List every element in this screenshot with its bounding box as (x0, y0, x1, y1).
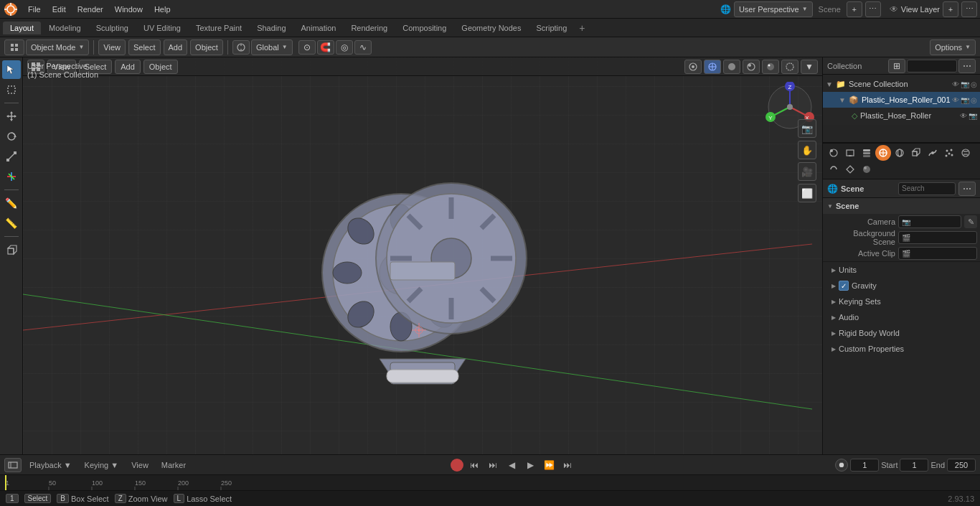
hand-pan-btn[interactable]: ✋ (798, 141, 816, 159)
new-scene-btn[interactable]: + (847, 1, 862, 17)
add-menu-btn[interactable]: Add (164, 39, 188, 55)
outliner-visibility-btn-0[interactable]: 👁 (952, 80, 959, 88)
outliner-render-btn-1[interactable]: 📷 (961, 96, 969, 104)
outliner-search-input[interactable] (907, 60, 957, 72)
proportional-falloff-btn[interactable]: ∿ (354, 40, 372, 55)
props-tab-render[interactable] (826, 145, 842, 161)
select-menu-btn[interactable]: Select (128, 39, 161, 55)
viewport-shading-dropdown-btn[interactable]: ▼ (801, 60, 818, 74)
menu-edit[interactable]: Edit (47, 4, 71, 15)
end-frame-input[interactable]: 250 (947, 459, 976, 472)
tab-compositing[interactable]: Compositing (395, 22, 453, 34)
keying-dropdown-btn[interactable]: Keying ▼ (80, 459, 124, 471)
tab-sculpting[interactable]: Sculpting (89, 22, 136, 34)
outliner-visibility-btn-2[interactable]: 👁 (960, 112, 967, 120)
outliner-render-btn-0[interactable]: 📷 (961, 80, 969, 88)
playback-dropdown-btn[interactable]: Playback ▼ (24, 459, 77, 471)
transform-space-dropdown[interactable]: Global ▼ (251, 39, 293, 55)
viewport-object-btn[interactable]: Object (143, 60, 178, 74)
viewport-shading-solid-btn[interactable] (723, 60, 740, 74)
custom-properties-section[interactable]: ▶ Custom Properties (823, 341, 980, 357)
options-dropdown[interactable]: Options ▼ (930, 39, 976, 55)
render-region-btn[interactable]: ⬜ (798, 184, 816, 202)
outliner-mesh[interactable]: ◇ Plastic_Hose_Roller 👁 📷 (823, 108, 980, 123)
viewport-view-btn[interactable]: View (47, 60, 76, 74)
prev-keyframe-btn[interactable]: ⏭ (485, 458, 501, 472)
loop-btn[interactable]: ⏺ (835, 459, 848, 472)
viewport-add-btn[interactable]: Add (115, 60, 141, 74)
new-view-layer-btn[interactable]: + (943, 1, 958, 17)
camera-view-btn[interactable]: 📷 (798, 119, 816, 138)
outliner-scene-collection[interactable]: ▼ 📁 Scene Collection 👁 📷 ◎ (823, 76, 980, 92)
tab-animation[interactable]: Animation (294, 22, 344, 34)
viewport-editor-type-btn[interactable] (27, 60, 44, 74)
viewport-3d[interactable]: View Select Add Object (23, 57, 822, 454)
viewport-xray-btn[interactable] (781, 60, 798, 74)
view-menu-btn[interactable]: View (98, 39, 126, 55)
tab-uv-editing[interactable]: UV Editing (136, 22, 188, 34)
viewport-overlay-btn[interactable] (704, 60, 721, 74)
move-tool-btn[interactable] (2, 107, 21, 126)
menu-render[interactable]: Render (72, 4, 108, 15)
blender-logo-icon[interactable] (3, 1, 19, 17)
outliner-visibility-btn-1[interactable]: 👁 (952, 96, 959, 104)
jump-start-btn[interactable]: ⏮ (466, 458, 482, 472)
start-frame-input[interactable]: 1 (900, 459, 928, 472)
props-tab-object[interactable] (908, 145, 924, 161)
tab-scripting[interactable]: Scripting (529, 22, 574, 34)
timeline-view-btn[interactable]: View (126, 459, 154, 471)
props-tab-scene[interactable] (875, 145, 891, 161)
lasso-key[interactable]: L (174, 494, 185, 503)
units-section[interactable]: ▶ Units (823, 262, 980, 278)
jump-end-btn[interactable]: ⏭ (560, 458, 575, 472)
viewport-select-btn[interactable]: Select (79, 60, 113, 74)
current-frame-input[interactable]: 1 (850, 459, 879, 472)
outliner-select-btn-1[interactable]: ◎ (971, 96, 977, 104)
scale-tool-btn[interactable] (2, 147, 21, 166)
outliner-sort-btn[interactable]: ⋯ (958, 59, 976, 73)
props-tab-material[interactable] (859, 161, 875, 177)
viewport-gizmo-btn[interactable] (684, 60, 702, 74)
play-btn[interactable]: ▶ (522, 458, 538, 472)
scene-dropdown[interactable]: User Perspective ▼ (734, 1, 813, 17)
outliner-select-btn-0[interactable]: ◎ (971, 80, 977, 88)
outliner-object-001[interactable]: ▼ 📦 Plastic_Hose_Roller_001 👁 📷 ◎ (823, 92, 980, 108)
record-btn[interactable] (451, 459, 463, 472)
tab-layout[interactable]: Layout (3, 22, 41, 34)
props-tab-data[interactable] (842, 161, 858, 177)
snapping-icon-btn[interactable]: 🧲 (317, 40, 334, 55)
measure-tool-btn[interactable]: 📏 (2, 214, 21, 233)
outliner-filter-btn[interactable]: ⊞ (888, 59, 905, 73)
keying-sets-section[interactable]: ▶ Keying Sets (823, 294, 980, 309)
props-tab-particles[interactable] (941, 145, 957, 161)
tab-modeling[interactable]: Modeling (42, 22, 88, 34)
scene-options-btn[interactable]: ⋯ (865, 1, 881, 17)
rigid-body-world-section[interactable]: ▶ Rigid Body World (823, 325, 980, 341)
audio-section[interactable]: ▶ Audio (823, 309, 980, 325)
outliner-render-btn-2[interactable]: 📷 (969, 112, 977, 120)
props-tab-output[interactable] (842, 145, 858, 161)
props-tab-world[interactable] (892, 145, 908, 161)
box-select-key[interactable]: B (57, 494, 69, 503)
select-key[interactable]: Select (24, 494, 52, 503)
add-cube-btn[interactable] (2, 240, 21, 259)
active-clip-value-field[interactable]: 🎬 (898, 247, 977, 260)
props-tab-modifiers[interactable] (925, 145, 941, 161)
camera-value-field[interactable]: 📷 (898, 215, 961, 228)
add-workspace-btn[interactable]: + (575, 21, 589, 35)
select-box-tool-btn[interactable] (2, 80, 21, 99)
timeline-ruler[interactable]: 1 50 100 150 200 250 (0, 475, 980, 490)
tab-shading[interactable]: Shading (250, 22, 293, 34)
gravity-checkbox[interactable]: ✓ (839, 281, 849, 291)
props-tab-physics[interactable] (958, 145, 974, 161)
marker-btn[interactable]: Marker (156, 459, 191, 471)
tab-geometry-nodes[interactable]: Geometry Nodes (454, 22, 528, 34)
play-reverse-btn[interactable]: ◀ (504, 458, 519, 472)
proportional-edit-btn[interactable]: ◎ (336, 40, 353, 55)
object-mode-dropdown[interactable]: Object Mode ▼ (26, 39, 89, 55)
camera-lock-btn[interactable]: 🎥 (798, 162, 816, 181)
props-filter-btn[interactable]: ⋯ (958, 182, 976, 196)
rotate-tool-btn[interactable] (2, 127, 21, 146)
view-layer-options-btn[interactable]: ⋯ (961, 1, 977, 17)
props-search-input[interactable] (898, 182, 956, 195)
